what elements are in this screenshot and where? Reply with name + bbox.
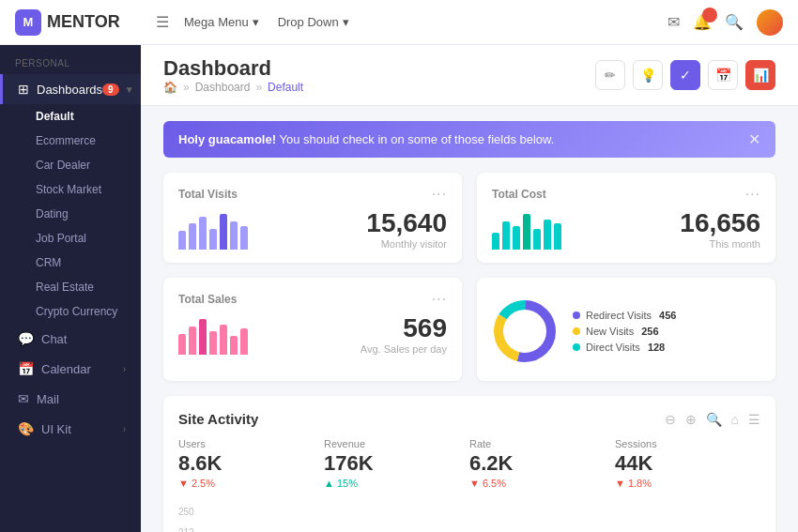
redirect-visits-value: 456 <box>659 310 676 321</box>
site-activity-card: Site Activity ⊖ ⊕ 🔍 ⌂ ☰ Users 8.6K ▼ 2.5… <box>163 396 775 532</box>
bar <box>199 319 207 355</box>
notification-badge <box>702 8 717 23</box>
logo-icon: M <box>15 9 41 36</box>
page-title: Dashboard <box>163 56 303 81</box>
top-navbar: M MENTOR ☰ Mega Menu ▾ Drop Down ▾ ✉ 🔔 🔍 <box>0 0 798 45</box>
sidebar-item-crm[interactable]: CRM <box>0 251 141 275</box>
sessions-metric: Sessions 44K ▼ 1.8% <box>615 438 760 496</box>
bar <box>240 328 248 355</box>
redirect-dot <box>573 312 580 319</box>
users-metric: Users 8.6K ▼ 2.5% <box>178 438 324 496</box>
total-cost-card: Total Cost ··· 16,656 This month <box>477 173 775 263</box>
total-visits-card: Total Visits ··· 15,640 Monthly visitor <box>163 173 462 263</box>
sidebar-item-chat[interactable]: 💬 Chat <box>0 324 141 354</box>
search-icon[interactable]: 🔍 <box>725 13 744 31</box>
new-dot <box>573 327 580 335</box>
logo-text: MENTOR <box>47 12 120 32</box>
sidebar-item-car-dealer[interactable]: Car Dealer <box>0 153 141 177</box>
chevron-icon: ▼ <box>125 84 134 95</box>
mega-menu-button[interactable]: Mega Menu ▾ <box>184 15 259 29</box>
sidebar-item-job-portal[interactable]: Job Portal <box>0 226 141 251</box>
edit-button[interactable]: ✏ <box>595 60 625 90</box>
chevron-down-icon: ▾ <box>253 15 259 29</box>
sidebar-item-stock-market[interactable]: Stock Market <box>0 177 141 202</box>
alert-banner: Holy guacamole! You should check in on s… <box>163 121 775 158</box>
total-sales-label: Avg. Sales per day <box>361 343 447 355</box>
chevron-icon: › <box>123 364 126 374</box>
bar <box>199 217 207 250</box>
user-avatar[interactable] <box>757 9 783 36</box>
main-content: Dashboard 🏠 » Dashboard » Default ✏ 💡 ✓ … <box>141 45 798 532</box>
bar <box>544 220 551 250</box>
visits-breakdown-card: Redirect Visits 456 New Visits 256 Direc… <box>477 278 775 381</box>
bar <box>178 231 186 250</box>
bar <box>523 214 530 250</box>
total-cost-more[interactable]: ··· <box>745 186 760 203</box>
total-visits-chart <box>178 212 248 250</box>
sidebar-item-real-estate[interactable]: Real Estate <box>0 275 141 299</box>
total-sales-value: 569 <box>361 315 447 342</box>
hamburger-icon[interactable]: ☰ <box>156 13 169 31</box>
revenue-metric: Revenue 176K ▲ 15% <box>324 438 469 496</box>
nav-menu: Mega Menu ▾ Drop Down ▾ <box>184 15 668 29</box>
home-icon[interactable]: ⌂ <box>731 412 739 427</box>
total-cost-chart <box>492 212 561 250</box>
total-sales-title: Total Sales <box>178 293 237 306</box>
total-visits-more[interactable]: ··· <box>432 186 447 203</box>
bar <box>492 233 499 250</box>
header-actions: ✏ 💡 ✓ 📅 📊 <box>595 60 775 90</box>
zoom-out-icon[interactable]: ⊖ <box>665 412 676 427</box>
sidebar-item-mail[interactable]: ✉ Mail <box>0 384 141 414</box>
sidebar-item-crypto[interactable]: Crypto Currency <box>0 299 141 324</box>
chart-svg-container <box>208 508 760 532</box>
bar <box>220 214 227 250</box>
sidebar: PERSONAL ⊞ Dashboards 9 ▼ Default Ecomme… <box>0 45 141 532</box>
rate-metric: Rate 6.2K ▼ 6.5% <box>469 438 615 496</box>
total-sales-chart <box>178 317 248 355</box>
sidebar-item-dashboards[interactable]: ⊞ Dashboards 9 ▼ <box>0 74 141 104</box>
check-button[interactable]: ✓ <box>670 60 700 90</box>
direct-visits-value: 128 <box>648 342 665 353</box>
metrics-row: Users 8.6K ▼ 2.5% Revenue 176K ▲ 15% Rat… <box>178 438 760 496</box>
total-visits-value: 15,640 <box>366 210 447 236</box>
page-header: Dashboard 🏠 » Dashboard » Default ✏ 💡 ✓ … <box>141 45 798 106</box>
mail-icon[interactable]: ✉ <box>668 13 680 31</box>
page-body: Holy guacamole! You should check in on s… <box>141 106 798 532</box>
dashboards-icon: ⊞ <box>18 82 29 97</box>
dropdown-button[interactable]: Drop Down ▾ <box>278 15 349 29</box>
y-axis-labels: 250 212 173 135 97 58 <box>178 508 194 532</box>
total-cost-value: 16,656 <box>680 210 760 236</box>
sidebar-item-ecommerce[interactable]: Ecommerce <box>0 129 141 153</box>
idea-button[interactable]: 💡 <box>633 60 663 90</box>
zoom-icon[interactable]: 🔍 <box>706 412 722 427</box>
bar <box>513 226 520 250</box>
sidebar-item-calendar[interactable]: 📅 Calendar › <box>0 354 141 384</box>
bar <box>533 229 541 250</box>
chart-toolbar: ⊖ ⊕ 🔍 ⌂ ☰ <box>665 412 760 427</box>
logo: M MENTOR <box>15 9 156 36</box>
direct-dot <box>573 343 580 351</box>
stats-row2: Total Sales ··· 569 Avg. Sales per day <box>163 278 775 381</box>
notification-bell[interactable]: 🔔 <box>693 13 712 31</box>
sidebar-item-default[interactable]: Default <box>0 104 141 129</box>
bar <box>189 223 196 250</box>
calendar-button[interactable]: 📅 <box>708 60 738 90</box>
bar <box>220 325 227 355</box>
alert-close-button[interactable]: ✕ <box>748 130 760 148</box>
chevron-icon: › <box>123 424 126 434</box>
bar <box>554 223 561 250</box>
home-icon[interactable]: 🏠 <box>163 81 177 94</box>
zoom-in-icon[interactable]: ⊕ <box>685 412 697 427</box>
sidebar-item-dating[interactable]: Dating <box>0 202 141 226</box>
total-cost-title: Total Cost <box>492 188 546 201</box>
sidebar-item-ui-kit[interactable]: 🎨 UI Kit › <box>0 414 141 444</box>
total-visits-title: Total Visits <box>178 188 238 201</box>
breadcrumb: 🏠 » Dashboard » Default <box>163 81 303 94</box>
ui-kit-icon: 🎨 <box>18 421 34 436</box>
total-sales-card: Total Sales ··· 569 Avg. Sales per day <box>163 278 462 381</box>
menu-icon[interactable]: ☰ <box>748 412 760 427</box>
donut-legend: Redirect Visits 456 New Visits 256 Direc… <box>573 310 676 357</box>
total-sales-more[interactable]: ··· <box>432 291 447 308</box>
bar <box>209 331 217 355</box>
chart-button[interactable]: 📊 <box>745 60 775 90</box>
